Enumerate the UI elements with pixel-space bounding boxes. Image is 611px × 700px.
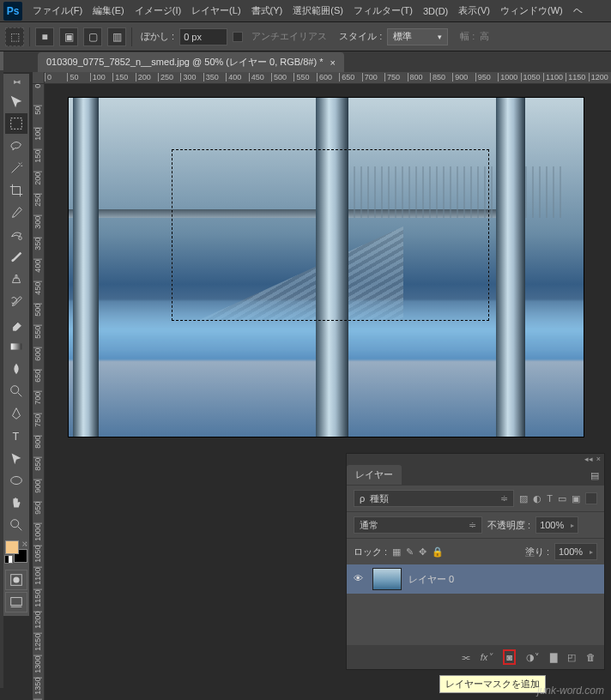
document-tab-title: 010309_0775_7852_n__smed.jpg @ 50% (レイヤー… [46, 56, 323, 69]
app-logo: Ps [3, 2, 22, 21]
filter-type-icon[interactable]: T [547, 493, 553, 504]
selection-marquee[interactable] [172, 149, 489, 321]
filter-pixel-icon[interactable]: ▨ [519, 493, 528, 504]
healing-brush-tool[interactable] [5, 225, 27, 245]
svg-point-5 [11, 477, 22, 485]
history-brush-tool[interactable] [5, 292, 27, 312]
lock-transparent-icon[interactable]: ▦ [392, 546, 401, 558]
svg-point-3 [11, 386, 19, 394]
type-tool[interactable]: T [5, 425, 27, 446]
clone-stamp-tool[interactable] [5, 269, 27, 290]
opacity-input[interactable]: 100% [535, 516, 578, 534]
menu-layer[interactable]: レイヤー(L) [186, 4, 245, 17]
menu-help[interactable]: ヘ [568, 4, 588, 17]
marquee-mode-icon[interactable]: ⬚ [5, 27, 24, 46]
blur-tool[interactable] [5, 359, 27, 379]
sel-intersect-icon[interactable]: ▥ [107, 27, 126, 46]
svg-rect-9 [11, 598, 22, 606]
svg-text:T: T [13, 431, 20, 443]
blend-mode-select[interactable]: 通常 [354, 516, 482, 534]
screenmode-icon[interactable] [5, 592, 27, 612]
new-layer-icon[interactable]: ◰ [567, 652, 576, 663]
filter-adjust-icon[interactable]: ◐ [533, 493, 541, 504]
link-layers-icon[interactable]: ⫘ [461, 652, 470, 662]
fx-icon[interactable]: fx˅ [481, 652, 493, 663]
fill-input[interactable]: 100% [554, 543, 597, 560]
filter-shape-icon[interactable]: ▭ [558, 493, 566, 504]
eraser-tool[interactable] [5, 314, 27, 335]
menu-image[interactable]: イメージ(I) [130, 4, 186, 17]
menu-view[interactable]: 表示(V) [453, 4, 495, 17]
sel-sub-icon[interactable]: ▢ [83, 27, 102, 46]
svg-point-6 [11, 520, 19, 528]
horizontal-ruler[interactable]: 0501001502002503003504004505005506006507… [45, 72, 611, 84]
visibility-icon[interactable]: 👁 [354, 573, 366, 585]
layer-thumbnail[interactable] [372, 568, 402, 590]
layer-row[interactable]: 👁 レイヤー 0 [347, 564, 604, 594]
menu-3d[interactable]: 3D(D) [418, 6, 453, 16]
lock-label: ロック : [354, 546, 387, 558]
lock-pixels-icon[interactable]: ✎ [406, 546, 414, 558]
eyedropper-tool[interactable] [5, 202, 27, 223]
opacity-label: 不透明度 : [487, 519, 530, 532]
extra-label: 高 [480, 30, 489, 43]
options-bar: ⬚ ■ ▣ ▢ ▥ ぼかし : アンチエイリアス スタイル : 標準 幅 : 高 [0, 22, 611, 51]
antialias-checkbox[interactable] [233, 32, 243, 42]
lock-position-icon[interactable]: ✥ [419, 546, 426, 558]
menu-edit[interactable]: 編集(E) [88, 4, 130, 17]
pen-tool[interactable] [5, 403, 27, 424]
filter-toggle[interactable] [585, 492, 597, 504]
hand-tool[interactable] [5, 492, 27, 513]
color-swatches[interactable]: ⤭ [5, 540, 27, 563]
panel-collapse-icon[interactable]: ◂◂ [584, 455, 593, 463]
move-tool[interactable] [5, 91, 27, 112]
style-label: スタイル : [339, 30, 382, 43]
vertical-ruler[interactable]: 0501001502002503003504004505005506006507… [33, 84, 45, 700]
marquee-tool[interactable] [5, 113, 27, 134]
tools-panel: T ⤭ [3, 74, 29, 616]
foreground-color-swatch[interactable] [5, 540, 19, 554]
menu-select[interactable]: 選択範囲(S) [287, 4, 348, 17]
magic-wand-tool[interactable] [5, 158, 27, 178]
group-icon[interactable]: ▇ [550, 652, 557, 663]
ruler-origin[interactable] [33, 72, 45, 84]
search-icon: ρ [360, 493, 365, 504]
menu-filter[interactable]: フィルター(T) [348, 4, 418, 17]
default-colors-icon[interactable] [4, 555, 13, 564]
zoom-tool[interactable] [5, 515, 27, 535]
crop-tool[interactable] [5, 180, 27, 201]
menubar: Ps ファイル(F) 編集(E) イメージ(I) レイヤー(L) 書式(Y) 選… [0, 0, 611, 22]
menu-type[interactable]: 書式(Y) [246, 4, 288, 17]
layer-name[interactable]: レイヤー 0 [408, 573, 454, 586]
feather-input[interactable] [179, 28, 227, 45]
document-tabbar: 010309_0775_7852_n__smed.jpg @ 50% (レイヤー… [0, 51, 611, 72]
quickmask-icon[interactable] [5, 570, 27, 590]
panel-close-icon[interactable]: × [596, 455, 601, 463]
path-selection-tool[interactable] [5, 448, 27, 468]
canvas-area: 0501001502002503003504004505005506006507… [33, 72, 611, 700]
filter-smart-icon[interactable]: ▣ [572, 493, 580, 504]
document-tab[interactable]: 010309_0775_7852_n__smed.jpg @ 50% (レイヤー… [38, 52, 344, 72]
menu-window[interactable]: ウィンドウ(W) [495, 4, 568, 17]
dodge-tool[interactable] [5, 381, 27, 401]
sel-add-icon[interactable]: ▣ [59, 27, 78, 46]
trash-icon[interactable]: 🗑 [586, 652, 596, 662]
svg-rect-2 [11, 343, 22, 349]
gradient-tool[interactable] [5, 336, 27, 357]
svg-rect-0 [11, 118, 22, 130]
style-select[interactable]: 標準 [387, 28, 448, 45]
lasso-tool[interactable] [5, 136, 27, 156]
menu-file[interactable]: ファイル(F) [27, 4, 88, 17]
sel-new-icon[interactable]: ■ [35, 27, 54, 46]
antialias-label: アンチエイリアス [251, 30, 327, 43]
lock-all-icon[interactable]: 🔒 [432, 546, 444, 558]
brush-tool[interactable] [5, 247, 27, 268]
document-canvas[interactable] [69, 98, 584, 437]
layers-tab[interactable]: レイヤー [347, 465, 402, 485]
rectangle-tool[interactable] [5, 470, 27, 491]
close-icon[interactable]: × [330, 57, 335, 68]
adjustment-layer-icon[interactable]: ◑˅ [526, 652, 540, 663]
layer-kind-select[interactable]: ρ 種類 [354, 490, 514, 507]
add-mask-icon[interactable]: ◙ [503, 649, 516, 665]
swap-colors-icon[interactable]: ⤭ [21, 540, 28, 548]
